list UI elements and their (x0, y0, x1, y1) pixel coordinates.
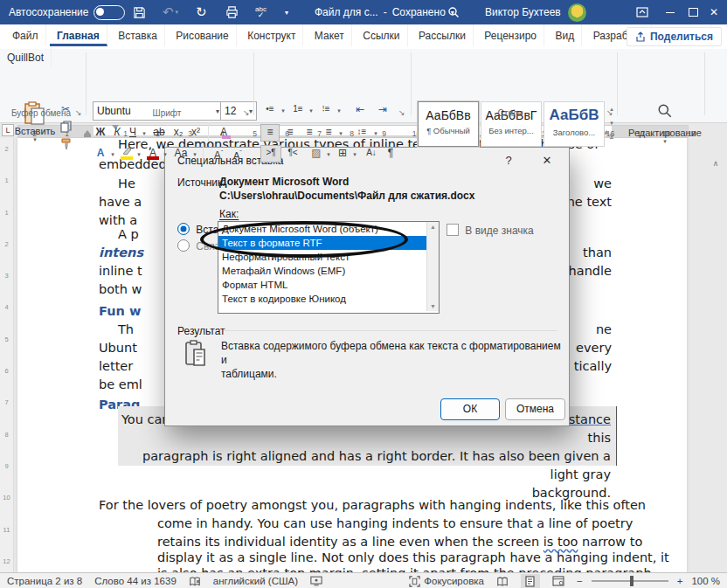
tab-layout[interactable]: Макет (308, 24, 352, 46)
borders-button[interactable]: ⊞ (334, 145, 351, 161)
tab-view[interactable]: Вид (549, 24, 583, 46)
print-button[interactable] (225, 0, 239, 24)
align-left-button[interactable]: ≡ (260, 124, 280, 142)
sort-button[interactable]: А↓ (362, 145, 381, 161)
scroll-up-icon[interactable]: ▲ (427, 224, 439, 230)
tab-quillbot[interactable]: QuillBot (0, 46, 52, 68)
styles-gallery-more[interactable]: ⊻ (606, 129, 617, 145)
zoom-level[interactable]: 100 % (691, 576, 720, 586)
proofing-errors-button[interactable] (189, 576, 201, 587)
print-layout-button[interactable] (521, 574, 540, 588)
search-button[interactable] (447, 0, 460, 24)
font-dialog-launcher[interactable]: ↘ (243, 108, 250, 117)
multilevel-list-button[interactable]: ⁝≡ (316, 101, 336, 117)
shrink-font-button[interactable]: Аˇ (229, 145, 246, 161)
rtl-paragraph-button[interactable]: ¶< (283, 145, 302, 161)
text-effects-button[interactable]: А (93, 145, 108, 161)
zoom-slider[interactable] (592, 580, 668, 582)
text-effects-caret[interactable]: ▾ (108, 145, 117, 161)
account-name[interactable]: Виктор Бухтеев (485, 0, 561, 24)
font-color-button[interactable]: А (145, 145, 161, 161)
subscript-button[interactable]: x₂ (170, 124, 187, 140)
underline-button[interactable]: Ч (126, 124, 140, 140)
quick-access-overflow[interactable]: ▾ (285, 0, 288, 24)
share-button[interactable]: Поделиться (627, 27, 722, 46)
account-button[interactable] (568, 0, 586, 24)
ribbon-display-options-button[interactable] (636, 0, 648, 24)
line-spacing-button[interactable]: ↕≡ (351, 124, 372, 140)
highlight-button[interactable] (119, 145, 135, 161)
clear-formatting-button[interactable]: А (215, 124, 232, 140)
scroll-down-icon[interactable]: ▼ (427, 303, 439, 309)
ok-button[interactable]: ОК (440, 398, 500, 420)
change-case-button[interactable]: Аа (171, 145, 190, 161)
superscript-button[interactable]: x² (187, 124, 204, 140)
show-marks-button[interactable]: ¶ (383, 145, 398, 161)
format-painter-button[interactable] (58, 136, 73, 152)
justify-button[interactable]: ≡ (320, 124, 337, 140)
tab-review[interactable]: Рецензиро (477, 24, 544, 46)
font-color-caret[interactable]: ▾ (161, 145, 170, 161)
bullets-button[interactable]: •≡ (260, 101, 280, 117)
dialog-help-button[interactable]: ? (497, 152, 520, 169)
tab-home[interactable]: Главная (50, 24, 107, 46)
copy-button[interactable] (58, 119, 73, 135)
language-indicator[interactable]: английский (США) (213, 576, 298, 586)
undo-button[interactable]: ↶▾ (163, 0, 178, 24)
maximize-button[interactable] (689, 0, 711, 24)
list-item[interactable]: Текст в кодировке Юникод (218, 292, 439, 306)
underline-caret[interactable]: ▾ (140, 124, 149, 140)
display-as-icon-checkbox[interactable]: В виде значка (447, 224, 534, 237)
shading-button[interactable]: ▨ (308, 145, 325, 161)
highlight-caret[interactable]: ▾ (135, 145, 143, 161)
align-center-button[interactable]: ≡ (281, 124, 299, 140)
word-count[interactable]: Слово 44 из 1639 (94, 576, 177, 586)
accessibility-button[interactable] (310, 576, 322, 586)
save-button[interactable] (133, 0, 146, 24)
line-spacing-caret[interactable]: ▾ (372, 124, 379, 140)
read-mode-button[interactable] (493, 574, 512, 588)
tab-file[interactable]: Файл (5, 24, 46, 46)
zoom-slider-thumb[interactable] (630, 576, 634, 586)
borders-caret[interactable]: ▾ (351, 145, 358, 161)
change-case-caret[interactable]: ▾ (190, 145, 199, 161)
redo-button[interactable]: ↻ (196, 0, 207, 24)
decrease-indent-button[interactable]: ⇤ (351, 101, 369, 117)
ltr-paragraph-button[interactable]: >¶ (260, 145, 281, 163)
cancel-button[interactable]: Отмена (505, 398, 565, 420)
numbering-caret[interactable]: ▾ (308, 101, 315, 117)
shading-caret[interactable]: ▾ (325, 145, 332, 161)
list-item[interactable]: Метафайл Windows (EMF) (218, 264, 439, 278)
numbering-button[interactable]: 1≡ (288, 101, 308, 117)
close-button[interactable]: ✕ (710, 0, 727, 24)
list-scrollbar[interactable]: ▲ ▼ (426, 222, 439, 311)
web-layout-button[interactable] (549, 574, 568, 588)
tab-design[interactable]: Конструкт (240, 24, 303, 46)
document-title-area[interactable]: Файл для с... - Сохранено ▾ (315, 0, 454, 24)
minimize-button[interactable] (666, 0, 689, 24)
dialog-close-button[interactable]: ✕ (536, 152, 558, 169)
justify-caret[interactable]: ▾ (337, 124, 344, 140)
list-item[interactable]: Формат HTML (218, 278, 439, 292)
vertical-ruler[interactable]: 21123456789101112 (0, 138, 14, 572)
strikethrough-button[interactable]: ab (150, 124, 168, 140)
italic-button[interactable]: К (110, 124, 124, 140)
bullets-caret[interactable]: ▾ (280, 101, 287, 117)
clipboard-dialog-launcher[interactable]: ↘ (75, 108, 82, 117)
autosave-toggle[interactable] (93, 0, 125, 24)
tab-mailings[interactable]: Рассылки (412, 24, 474, 46)
bold-button[interactable]: Ж (93, 124, 108, 140)
multilevel-caret[interactable]: ▾ (336, 101, 343, 117)
tab-references[interactable]: Ссылки (356, 24, 407, 46)
paragraph-dialog-launcher[interactable]: ↘ (398, 108, 405, 117)
increase-indent-button[interactable]: ⇥ (374, 101, 391, 117)
tab-insert[interactable]: Вставка (111, 24, 165, 46)
focus-mode-button[interactable]: Фокусировка (409, 576, 484, 587)
grow-font-button[interactable]: Аˆ (210, 145, 227, 161)
collapse-ribbon-button[interactable]: ∧ (710, 156, 722, 171)
spellcheck-button[interactable]: abc ✓ (255, 0, 267, 24)
editing-button[interactable]: Редактирование ▾ (626, 103, 704, 145)
page-indicator[interactable]: Страница 2 из 8 (7, 576, 82, 586)
zoom-out-button[interactable]: − (577, 576, 583, 586)
zoom-in-button[interactable]: + (677, 576, 683, 586)
